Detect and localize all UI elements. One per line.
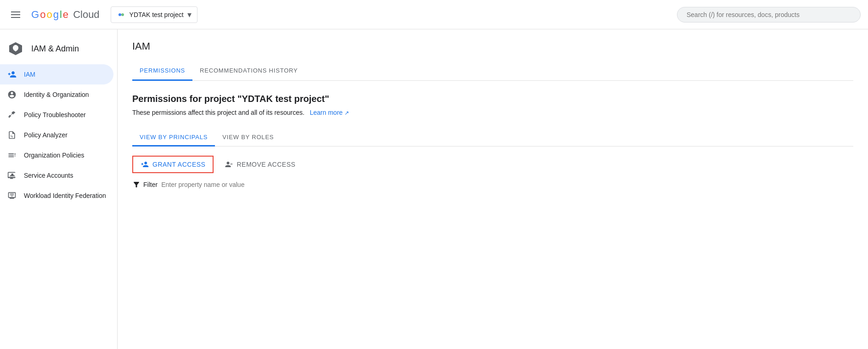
main-content: IAM PERMISSIONS RECOMMENDATIONS HISTORY …: [118, 29, 868, 349]
app-layout: IAM & Admin IAM Identity & Organization: [0, 29, 868, 349]
sidebar-item-iam-label: IAM: [24, 71, 35, 78]
sidebar-item-policy-troubleshooter-label: Policy Troubleshooter: [24, 111, 86, 118]
sub-tabs: VIEW BY PRINCIPALS VIEW BY ROLES: [132, 129, 853, 146]
iam-admin-icon: [7, 40, 24, 57]
search-input[interactable]: [677, 7, 861, 23]
sidebar-item-org-policies-label: Organization Policies: [24, 152, 85, 159]
external-link-icon: ↗: [344, 110, 349, 116]
person-add-icon: [7, 70, 17, 79]
google-logo: Google Cloud: [31, 9, 100, 21]
person-remove-icon: [225, 160, 233, 169]
list-icon: [7, 151, 17, 160]
person-add-small-icon: [141, 160, 149, 169]
svg-point-1: [121, 13, 124, 16]
sidebar-header: IAM & Admin: [0, 29, 117, 64]
main-tabs: PERMISSIONS RECOMMENDATIONS HISTORY: [132, 62, 853, 81]
filter-label: Filter: [132, 180, 158, 189]
filter-icon: [132, 180, 141, 189]
tab-permissions[interactable]: PERMISSIONS: [132, 62, 192, 81]
monitor-link-icon: [7, 191, 17, 200]
action-row: GRANT ACCESS REMOVE ACCESS: [132, 156, 853, 173]
sidebar-item-workload-identity-label: Workload Identity Federation: [24, 192, 106, 199]
project-name: YDTAK test project: [130, 11, 184, 18]
sidebar-item-policy-analyzer-label: Policy Analyzer: [24, 131, 68, 139]
cloud-text: Cloud: [70, 9, 100, 21]
sidebar-item-org-policies[interactable]: Organization Policies: [0, 145, 113, 165]
top-nav: Google Cloud YDTAK test project ▾: [0, 0, 868, 29]
sidebar-item-identity-org-label: Identity & Organization: [24, 91, 89, 98]
filter-input[interactable]: [161, 181, 276, 188]
sidebar-item-iam[interactable]: IAM: [0, 64, 113, 84]
svg-point-0: [118, 13, 121, 16]
learn-more-link[interactable]: Learn more ↗: [308, 109, 349, 116]
project-dots-icon: [117, 10, 126, 19]
wrench-icon: [7, 110, 17, 119]
menu-button[interactable]: [7, 8, 24, 22]
document-search-icon: [7, 130, 17, 140]
chevron-down-icon: ▾: [187, 10, 192, 20]
monitor-person-icon: [7, 171, 17, 180]
permissions-desc: These permissions affect this project an…: [132, 109, 853, 116]
sidebar-item-workload-identity[interactable]: Workload Identity Federation: [0, 186, 113, 206]
sidebar-item-identity-org[interactable]: Identity & Organization: [0, 84, 113, 105]
sidebar-item-service-accounts-label: Service Accounts: [24, 172, 73, 179]
sidebar-header-title: IAM & Admin: [31, 44, 79, 54]
project-selector[interactable]: YDTAK test project ▾: [111, 6, 197, 23]
sidebar-item-policy-analyzer[interactable]: Policy Analyzer: [0, 125, 113, 145]
page-title: IAM: [132, 40, 853, 52]
grant-access-button[interactable]: GRANT ACCESS: [132, 156, 214, 173]
sidebar-item-policy-troubleshooter[interactable]: Policy Troubleshooter: [0, 105, 113, 125]
sub-tab-view-by-principals[interactable]: VIEW BY PRINCIPALS: [132, 129, 215, 146]
sidebar: IAM & Admin IAM Identity & Organization: [0, 29, 118, 349]
remove-access-button[interactable]: REMOVE ACCESS: [217, 157, 303, 172]
sidebar-item-service-accounts[interactable]: Service Accounts: [0, 165, 113, 186]
sub-tab-view-by-roles[interactable]: VIEW BY ROLES: [215, 129, 281, 146]
person-circle-icon: [7, 90, 17, 99]
filter-row: Filter: [132, 180, 853, 189]
permissions-title: Permissions for project "YDTAK test proj…: [132, 94, 853, 104]
tab-recommendations-history[interactable]: RECOMMENDATIONS HISTORY: [192, 62, 305, 81]
